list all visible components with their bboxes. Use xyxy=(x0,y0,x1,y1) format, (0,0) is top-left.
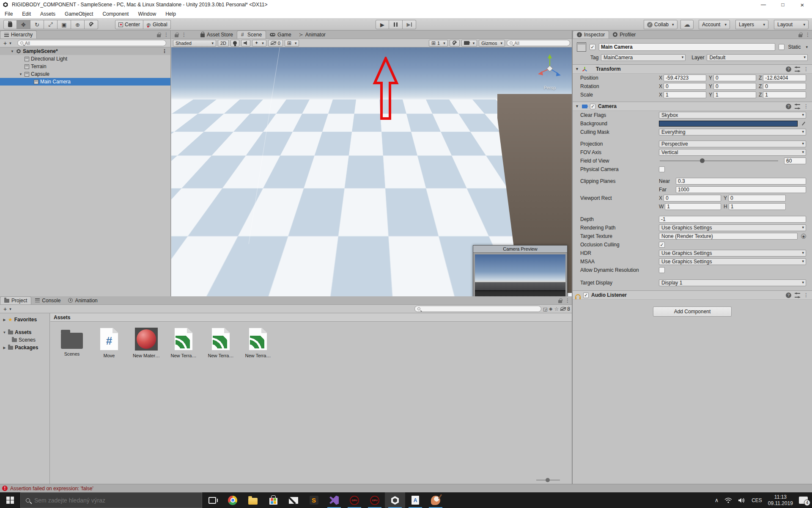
pause-button[interactable] xyxy=(389,20,403,29)
background-color-swatch[interactable] xyxy=(659,121,798,127)
task-view-button[interactable] xyxy=(202,492,222,508)
gizmos-dropdown[interactable]: Gizmos▾ xyxy=(479,40,505,47)
tag-dropdown[interactable]: MainCamera▾ xyxy=(601,54,686,61)
grid-visibility-dropdown[interactable]: ⊞▾ xyxy=(285,40,299,47)
static-checkbox[interactable] xyxy=(779,44,785,50)
projection-dropdown[interactable]: Perspective▾ xyxy=(659,141,806,147)
icon-size-slider[interactable] xyxy=(536,480,560,480)
fov-value-field[interactable]: 60 xyxy=(784,157,806,164)
project-add-button[interactable]: +▾ xyxy=(2,306,13,312)
project-tree-favorites[interactable]: ▶ ★ Favorites xyxy=(0,316,49,323)
step-button[interactable]: ▶ xyxy=(403,20,416,29)
tab-scene[interactable]: # Scene xyxy=(237,30,266,39)
asset-new-terrain-2[interactable]: New Terra… xyxy=(208,328,234,358)
paint-button[interactable] xyxy=(425,492,446,508)
audio-toggle-button[interactable] xyxy=(241,40,250,47)
project-search-input[interactable] xyxy=(422,306,538,312)
tab-profiler[interactable]: Profiler xyxy=(609,30,639,39)
cloud-button[interactable]: ☁ xyxy=(680,20,694,29)
dynamic-resolution-checkbox[interactable] xyxy=(659,267,665,273)
snap-grid-dropdown[interactable]: ⊞1▾ xyxy=(429,40,448,47)
transform-component-header[interactable]: ▼ Transform ? ⋮ xyxy=(573,64,812,74)
position-x-field[interactable]: -59.47323 xyxy=(664,75,706,81)
target-display-dropdown[interactable]: Display 1▾ xyxy=(659,279,806,286)
lock-icon[interactable] xyxy=(798,34,802,37)
help-icon[interactable]: ? xyxy=(786,293,791,298)
scene-search[interactable] xyxy=(507,40,570,46)
foldout-arrow-icon[interactable]: ▼ xyxy=(3,331,6,334)
far-field[interactable]: 1000 xyxy=(676,186,806,193)
hidden-objects-button[interactable]: 0 xyxy=(268,40,283,47)
project-search[interactable] xyxy=(414,306,541,312)
foldout-arrow-icon[interactable]: ▶ xyxy=(3,318,6,322)
scale-z-field[interactable]: 1 xyxy=(763,91,806,98)
rotation-y-field[interactable]: 0 xyxy=(713,83,756,90)
scene-viewport[interactable]: Persp Camera Preview xyxy=(171,47,572,296)
custom-tool-button[interactable] xyxy=(85,20,98,29)
hierarchy-item-directional-light[interactable]: Directional Light xyxy=(0,55,170,63)
project-tree-assets[interactable]: ▼ Assets xyxy=(0,329,49,336)
collab-button[interactable]: ✓Collab▾ xyxy=(644,20,678,29)
panel-menu-icon[interactable]: ⋮ xyxy=(805,32,810,38)
sublime-text-button[interactable]: S xyxy=(304,492,324,508)
maximize-button[interactable]: □ xyxy=(773,0,793,9)
gameobject-name-field[interactable]: Main Camera xyxy=(599,43,775,51)
foldout-arrow-icon[interactable]: ▼ xyxy=(575,104,579,108)
hierarchy-item-terrain[interactable]: Terrain xyxy=(0,63,170,70)
project-tree-packages[interactable]: ▶ Packages xyxy=(0,344,49,351)
tab-game[interactable]: Game xyxy=(266,30,295,39)
scene-orientation-gizmo[interactable]: Persp xyxy=(534,51,566,90)
hidden-packages-button[interactable]: 8 xyxy=(560,306,570,312)
gpu-tweak-2-button[interactable]: GPU xyxy=(365,492,385,508)
tab-project[interactable]: Project xyxy=(0,296,31,304)
audio-listener-enabled-checkbox[interactable]: ✓ xyxy=(583,293,589,298)
rotate-tool-button[interactable]: ↻ xyxy=(30,20,44,29)
lock-icon[interactable] xyxy=(558,300,562,303)
panel-menu-icon[interactable]: ⋮ xyxy=(181,32,187,38)
foldout-arrow-icon[interactable]: ▼ xyxy=(10,50,14,53)
lighting-toggle-button[interactable] xyxy=(230,40,239,47)
depth-field[interactable]: -1 xyxy=(659,216,806,223)
unity-taskbar-button[interactable] xyxy=(385,492,405,508)
lock-icon[interactable] xyxy=(175,34,178,37)
asset-new-material[interactable]: New Mater… xyxy=(133,328,159,358)
menu-assets[interactable]: Assets xyxy=(36,9,60,19)
pivot-global-button[interactable]: ⊕Global xyxy=(143,20,171,29)
presets-icon[interactable] xyxy=(795,67,800,72)
mail-button[interactable] xyxy=(283,492,304,508)
rotation-x-field[interactable]: 0 xyxy=(664,83,706,90)
taskbar-search-input[interactable] xyxy=(34,497,197,504)
help-icon[interactable]: ? xyxy=(786,104,791,109)
scene-menu-icon[interactable]: ⋮ xyxy=(162,48,167,54)
chrome-button[interactable] xyxy=(222,492,243,508)
search-by-type-icon[interactable]: ◲ xyxy=(543,307,547,311)
layer-dropdown[interactable]: Default▾ xyxy=(707,54,808,61)
rendering-path-dropdown[interactable]: Use Graphics Settings▾ xyxy=(659,224,806,231)
position-z-field[interactable]: -12.62404 xyxy=(763,75,806,81)
tab-console[interactable]: Console xyxy=(31,296,64,304)
volume-icon[interactable] xyxy=(738,497,746,503)
fov-slider[interactable] xyxy=(660,160,778,161)
pan-tool-button[interactable] xyxy=(3,20,17,29)
audio-listener-component-header[interactable]: ✓ Audio Listener ? ⋮ xyxy=(573,290,812,300)
scene-camera-dropdown[interactable]: ▾ xyxy=(461,40,477,47)
taskbar-clock[interactable]: 11:13 09.11.2019 xyxy=(768,494,793,507)
add-component-button[interactable]: Add Component xyxy=(653,306,732,317)
culling-mask-dropdown[interactable]: Everything▾ xyxy=(659,129,806,135)
menu-help[interactable]: Help xyxy=(161,9,181,19)
position-y-field[interactable]: 0 xyxy=(713,75,756,81)
slider-knob[interactable] xyxy=(546,478,550,482)
menu-component[interactable]: Component xyxy=(98,9,133,19)
move-tool-button[interactable]: ✥ xyxy=(17,20,30,29)
tab-animator[interactable]: ≻ Animator xyxy=(295,30,329,39)
tab-inspector[interactable]: i Inspector xyxy=(573,30,609,39)
physical-camera-checkbox[interactable] xyxy=(659,166,665,172)
lock-icon[interactable] xyxy=(157,34,161,37)
presets-icon[interactable] xyxy=(795,293,800,298)
start-button[interactable] xyxy=(0,492,20,508)
rotation-z-field[interactable]: 0 xyxy=(763,83,806,90)
rect-tool-button[interactable]: ▣ xyxy=(58,20,71,29)
language-indicator[interactable]: CES xyxy=(752,497,762,503)
project-tree-scenes[interactable]: Scenes xyxy=(0,336,49,344)
hierarchy-search[interactable] xyxy=(17,40,166,46)
